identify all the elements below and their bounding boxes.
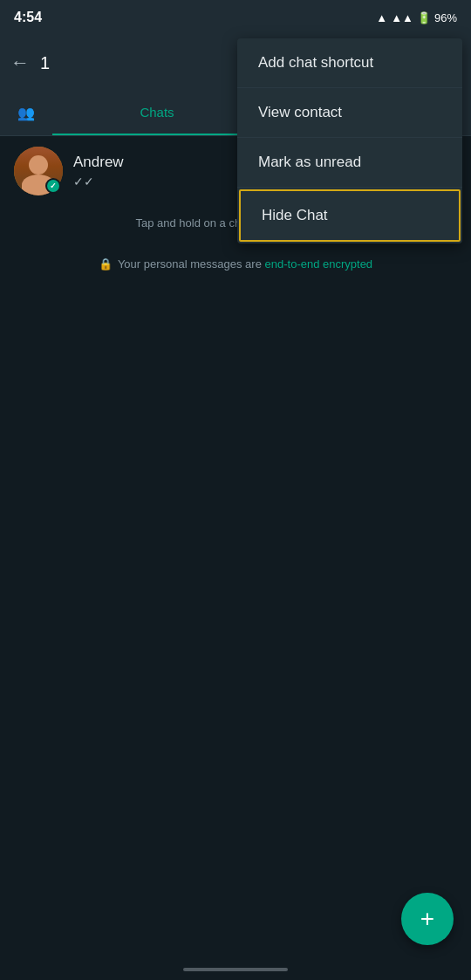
context-item-hide-chat[interactable]: Hide Chat: [239, 189, 461, 242]
context-item-add-shortcut[interactable]: Add chat shortcut: [237, 38, 462, 88]
context-item-view-contact[interactable]: View contact: [237, 88, 462, 138]
context-menu: Add chat shortcut View contact Mark as u…: [237, 38, 462, 243]
context-item-mark-unread[interactable]: Mark as unread: [237, 138, 462, 188]
